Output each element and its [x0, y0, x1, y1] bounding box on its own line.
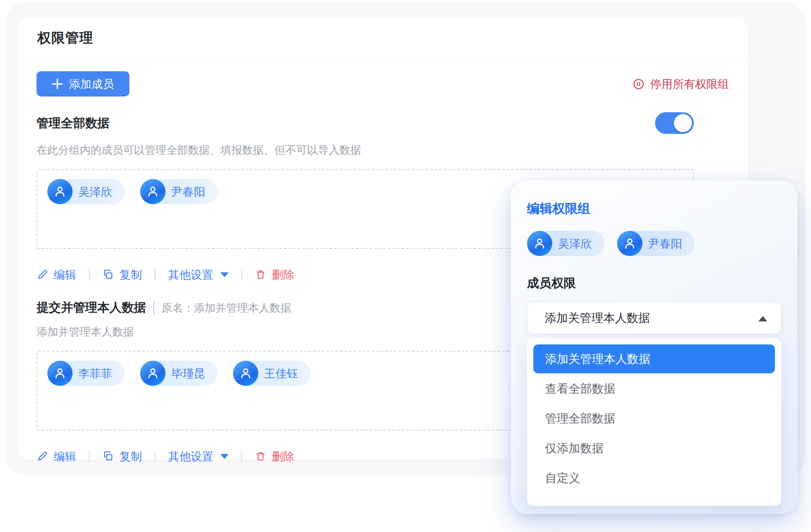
chevron-up-icon: [758, 316, 767, 321]
permission-select[interactable]: 添加关管理本人数据: [527, 302, 781, 334]
member-name: 毕瑾昆: [171, 366, 205, 381]
trash-icon: [255, 450, 266, 462]
group-enabled-toggle[interactable]: [655, 112, 694, 134]
user-avatar-icon: [527, 231, 552, 256]
edit-label: 编辑: [54, 449, 76, 464]
user-avatar-icon: [47, 179, 73, 204]
copy-group-link[interactable]: 复制: [102, 267, 142, 282]
member-chip[interactable]: 毕瑾昆: [140, 361, 218, 386]
dropdown-option[interactable]: 仅添加数据: [533, 434, 775, 463]
member-chip[interactable]: 吴泽欣: [47, 179, 125, 204]
divider: [241, 450, 242, 462]
edit-group-link[interactable]: 编辑: [37, 449, 76, 464]
group-description: 在此分组内的成员可以管理全部数据、填报数据、但不可以导入数据: [37, 143, 694, 157]
dropdown-option[interactable]: 管理全部数据: [533, 404, 775, 433]
group-head: 管理全部数据: [37, 112, 694, 134]
permission-select-value: 添加关管理本人数据: [545, 310, 650, 326]
other-settings-dropdown[interactable]: 其他设置: [168, 449, 229, 464]
divider: [155, 269, 156, 280]
pause-circle-icon: [632, 78, 645, 90]
panel-title: 编辑权限组: [527, 200, 781, 217]
group-original-name: 原名：添加并管理本人数据: [153, 301, 291, 315]
permission-dropdown: 添加关管理本人数据 查看全部数据 管理全部数据 仅添加数据 自定义: [527, 338, 781, 506]
member-name: 尹春阳: [648, 236, 682, 251]
member-permission-label: 成员权限: [527, 275, 781, 291]
other-settings-label: 其他设置: [168, 449, 213, 464]
trash-icon: [255, 269, 266, 280]
group-title: 提交并管理本人数据: [37, 299, 146, 316]
other-settings-label: 其他设置: [168, 267, 213, 282]
copy-icon: [102, 450, 114, 462]
copy-icon: [102, 269, 114, 280]
add-member-label: 添加成员: [69, 77, 114, 92]
card-header: 权限管理: [18, 18, 748, 59]
copy-label: 复制: [119, 449, 142, 464]
user-avatar-icon: [233, 361, 258, 386]
dropdown-option-selected[interactable]: 添加关管理本人数据: [533, 344, 775, 373]
pencil-icon: [37, 269, 48, 280]
dropdown-option[interactable]: 查看全部数据: [533, 374, 775, 403]
user-avatar-icon: [140, 179, 165, 204]
member-name: 吴泽欣: [78, 184, 112, 199]
member-name: 吴泽欣: [558, 236, 592, 251]
user-avatar-icon: [617, 231, 642, 256]
toggle-knob: [674, 114, 692, 132]
chevron-down-icon: [220, 454, 229, 459]
member-name: 王佳钰: [264, 366, 298, 381]
delete-label: 删除: [272, 267, 294, 282]
chevron-down-icon: [220, 272, 229, 277]
member-chip[interactable]: 吴泽欣: [527, 231, 605, 256]
member-chip[interactable]: 尹春阳: [617, 231, 695, 256]
member-name: 李菲菲: [78, 366, 112, 381]
delete-group-link[interactable]: 删除: [255, 449, 294, 464]
copy-label: 复制: [119, 267, 142, 282]
other-settings-dropdown[interactable]: 其他设置: [168, 267, 229, 282]
copy-group-link[interactable]: 复制: [102, 449, 142, 464]
member-chip[interactable]: 李菲菲: [47, 361, 125, 386]
edit-label: 编辑: [54, 267, 76, 282]
divider: [241, 269, 242, 280]
member-chip[interactable]: 尹春阳: [140, 179, 218, 204]
page-title: 权限管理: [37, 29, 93, 47]
delete-group-link[interactable]: 删除: [255, 267, 294, 282]
disable-all-groups-link[interactable]: 停用所有权限组: [632, 77, 729, 92]
edit-permission-group-panel: 编辑权限组 吴泽欣 尹春阳 成员权限 添加关管理本人数据 添加关管理本人数据 查…: [511, 180, 797, 514]
plus-icon: [52, 78, 63, 89]
member-name: 尹春阳: [171, 184, 205, 199]
toolbar-row: 添加成员 停用所有权限组: [37, 71, 729, 97]
member-chip[interactable]: 王佳钰: [233, 361, 311, 386]
divider: [89, 269, 90, 280]
user-avatar-icon: [140, 361, 165, 386]
dropdown-option[interactable]: 自定义: [533, 463, 775, 492]
divider: [89, 450, 90, 462]
group-title: 管理全部数据: [37, 115, 110, 131]
edit-group-link[interactable]: 编辑: [37, 267, 76, 282]
panel-member-chips: 吴泽欣 尹春阳: [527, 231, 781, 256]
disable-all-groups-label: 停用所有权限组: [650, 77, 729, 92]
delete-label: 删除: [272, 449, 294, 464]
add-member-button[interactable]: 添加成员: [37, 71, 129, 96]
divider: [155, 450, 156, 462]
user-avatar-icon: [47, 361, 73, 386]
pencil-icon: [37, 450, 48, 462]
